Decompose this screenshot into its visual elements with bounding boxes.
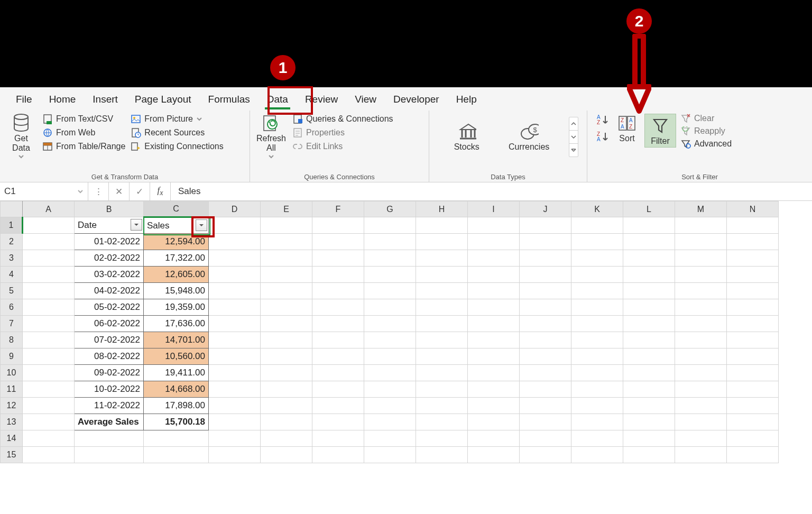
cell-E6[interactable] xyxy=(261,299,312,316)
cell-H3[interactable] xyxy=(416,250,468,267)
cell-D4[interactable] xyxy=(209,267,261,283)
tab-review[interactable]: Review xyxy=(297,89,346,111)
row-header-1[interactable]: 1 xyxy=(1,217,23,234)
cell-A4[interactable] xyxy=(23,267,75,283)
cell-M7[interactable] xyxy=(675,316,727,332)
cell-G6[interactable] xyxy=(364,299,416,316)
cell-N12[interactable] xyxy=(727,398,779,414)
cell-F1[interactable] xyxy=(312,217,364,234)
cell-H4[interactable] xyxy=(416,267,468,283)
row-header-4[interactable]: 4 xyxy=(1,267,23,283)
cell-G10[interactable] xyxy=(364,365,416,381)
row-header-15[interactable]: 15 xyxy=(1,447,23,463)
cell-B14[interactable] xyxy=(75,430,144,447)
cell-H2[interactable] xyxy=(416,234,468,250)
cell-C2[interactable]: 12,594.00 xyxy=(144,234,209,250)
from-table-range-button[interactable]: From Table/Range xyxy=(42,141,125,152)
cell-D9[interactable] xyxy=(209,348,261,365)
recent-sources-button[interactable]: Recent Sources xyxy=(131,127,223,138)
cell-J10[interactable] xyxy=(520,365,571,381)
cell-K12[interactable] xyxy=(571,398,623,414)
cell-K10[interactable] xyxy=(571,365,623,381)
cell-G1[interactable] xyxy=(364,217,416,234)
cell-F10[interactable] xyxy=(312,365,364,381)
col-header-B[interactable]: B xyxy=(75,201,144,217)
cell-C4[interactable]: 12,605.00 xyxy=(144,267,209,283)
row-header-5[interactable]: 5 xyxy=(1,283,23,299)
cell-H8[interactable] xyxy=(416,332,468,348)
cell-I1[interactable] xyxy=(468,217,520,234)
col-header-K[interactable]: K xyxy=(571,201,623,217)
cell-D1[interactable] xyxy=(209,217,261,234)
cell-K13[interactable] xyxy=(571,414,623,430)
cell-L9[interactable] xyxy=(623,348,675,365)
cell-B2[interactable]: 01-02-2022 xyxy=(75,234,144,250)
cell-H6[interactable] xyxy=(416,299,468,316)
cell-N8[interactable] xyxy=(727,332,779,348)
cell-F13[interactable] xyxy=(312,414,364,430)
cell-F6[interactable] xyxy=(312,299,364,316)
cell-M2[interactable] xyxy=(675,234,727,250)
cell-L7[interactable] xyxy=(623,316,675,332)
cell-I11[interactable] xyxy=(468,381,520,398)
cell-A10[interactable] xyxy=(23,365,75,381)
cell-H10[interactable] xyxy=(416,365,468,381)
cell-M9[interactable] xyxy=(675,348,727,365)
sort-asc-button[interactable]: AZ xyxy=(596,114,610,126)
cell-A13[interactable] xyxy=(23,414,75,430)
cell-I10[interactable] xyxy=(468,365,520,381)
cell-G15[interactable] xyxy=(364,447,416,463)
row-header-2[interactable]: 2 xyxy=(1,234,23,250)
cell-I5[interactable] xyxy=(468,283,520,299)
col-header-J[interactable]: J xyxy=(520,201,571,217)
cell-A5[interactable] xyxy=(23,283,75,299)
cell-E2[interactable] xyxy=(261,234,312,250)
cell-C6[interactable]: 19,359.00 xyxy=(144,299,209,316)
cell-L4[interactable] xyxy=(623,267,675,283)
cell-C7[interactable]: 17,636.00 xyxy=(144,316,209,332)
cell-M6[interactable] xyxy=(675,299,727,316)
tab-file[interactable]: File xyxy=(7,89,41,111)
cell-D6[interactable] xyxy=(209,299,261,316)
cell-J1[interactable] xyxy=(520,217,571,234)
cell-C3[interactable]: 17,322.00 xyxy=(144,250,209,267)
cell-G7[interactable] xyxy=(364,316,416,332)
cell-C8[interactable]: 14,701.00 xyxy=(144,332,209,348)
cell-D11[interactable] xyxy=(209,381,261,398)
cell-N11[interactable] xyxy=(727,381,779,398)
datatypes-up-button[interactable] xyxy=(569,117,578,131)
cell-N14[interactable] xyxy=(727,430,779,447)
fx-more-button[interactable]: ⋮ xyxy=(88,182,109,200)
cell-A9[interactable] xyxy=(23,348,75,365)
name-box[interactable]: C1 xyxy=(0,182,88,200)
cell-H1[interactable] xyxy=(416,217,468,234)
existing-connections-button[interactable]: Existing Connections xyxy=(131,141,223,152)
cell-C13[interactable]: 15,700.18 xyxy=(144,414,209,430)
cell-M12[interactable] xyxy=(675,398,727,414)
cell-K4[interactable] xyxy=(571,267,623,283)
worksheet[interactable]: ABCDEFGHIJKLMN1DateSales201-02-202212,59… xyxy=(0,201,812,463)
cell-D3[interactable] xyxy=(209,250,261,267)
cell-B15[interactable] xyxy=(75,447,144,463)
cell-G13[interactable] xyxy=(364,414,416,430)
cell-C1[interactable]: Sales xyxy=(144,217,209,234)
cell-N3[interactable] xyxy=(727,250,779,267)
cell-J6[interactable] xyxy=(520,299,571,316)
cell-G2[interactable] xyxy=(364,234,416,250)
cell-H9[interactable] xyxy=(416,348,468,365)
cell-F9[interactable] xyxy=(312,348,364,365)
cell-M3[interactable] xyxy=(675,250,727,267)
cell-D15[interactable] xyxy=(209,447,261,463)
cell-M14[interactable] xyxy=(675,430,727,447)
cell-J13[interactable] xyxy=(520,414,571,430)
cell-L14[interactable] xyxy=(623,430,675,447)
row-header-10[interactable]: 10 xyxy=(1,365,23,381)
cell-B11[interactable]: 10-02-2022 xyxy=(75,381,144,398)
filter-dropdown-sales[interactable] xyxy=(196,219,207,231)
cell-N6[interactable] xyxy=(727,299,779,316)
cell-B12[interactable]: 11-02-2022 xyxy=(75,398,144,414)
cell-F4[interactable] xyxy=(312,267,364,283)
cell-E15[interactable] xyxy=(261,447,312,463)
cell-E10[interactable] xyxy=(261,365,312,381)
cell-G14[interactable] xyxy=(364,430,416,447)
